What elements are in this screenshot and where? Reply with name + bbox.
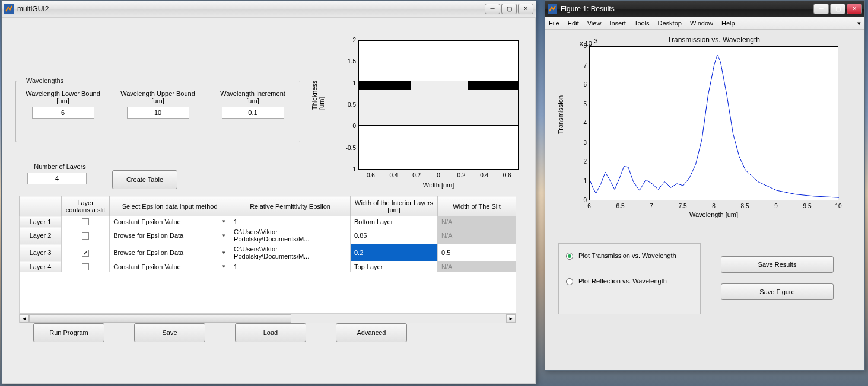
ytick: 6 [577,81,587,88]
epsilon-cell[interactable]: C:\Users\Viktor Podolskiy\Documents\M... [230,227,351,244]
method-cell[interactable]: Browse for Epsilon Data▼ [110,227,230,244]
save-button[interactable]: Save [134,323,205,342]
table-row[interactable]: Layer 3Browse for Epsilon Data▼C:\Users\… [20,244,516,261]
create-table-button[interactable]: Create Table [112,170,177,189]
row-header: Layer 1 [20,216,62,227]
plot-choice-panel: Plot Transmission vs. Wavelength Plot Re… [558,243,701,314]
col-method[interactable]: Select Epsilon data input method [110,196,230,216]
epsilon-cell[interactable]: 1 [230,261,351,272]
titlebar[interactable]: multiGUI2 ─ ▢ ✕ [2,1,536,17]
window-title: multiGUI2 [17,5,485,13]
plot-xlabel: Wavelength [um] [589,211,838,218]
method-cell[interactable]: Constant Epsilon Value▼ [110,261,230,272]
close-button[interactable]: ✕ [518,4,533,14]
maximize-button[interactable]: ▢ [830,4,845,14]
scroll-right-button[interactable]: ► [506,314,516,323]
increment-label: Wavelength Increment [um] [214,90,291,104]
table-hscrollbar[interactable]: ◄ ► [19,314,516,323]
checkbox-icon[interactable] [82,232,89,240]
num-layers-input[interactable] [27,173,87,184]
col-width[interactable]: Width of the Interior Layers [um] [350,196,437,216]
col-epsilon[interactable]: Relative Permittivity Epsilon [230,196,351,216]
menu-dropdown-icon[interactable]: ▾ [857,20,861,27]
chevron-down-icon[interactable]: ▼ [221,219,226,224]
layer2-rect [359,90,518,126]
lower-bound-input[interactable] [32,107,94,119]
method-cell[interactable]: Browse for Epsilon Data▼ [110,244,230,261]
xtick: 6.5 [613,203,628,209]
menu-view[interactable]: View [587,20,602,27]
titlebar[interactable]: Figure 1: Results ─ ▢ ✕ [545,1,864,17]
checkbox-icon[interactable] [82,263,89,270]
ytick: -0.5 [342,145,356,151]
radio-transmission[interactable]: Plot Transmission vs. Wavelength [566,252,693,260]
baseline [359,125,518,126]
table-row[interactable]: Layer 2Browse for Epsilon Data▼C:\Users\… [20,227,516,244]
maximize-button[interactable]: ▢ [501,4,517,14]
menu-tools[interactable]: Tools [634,20,650,27]
scroll-thumb[interactable] [29,314,291,323]
chevron-down-icon[interactable]: ▼ [221,250,226,256]
width-cell[interactable]: Top Layer [350,261,437,272]
slit-width-cell: N/A [438,216,516,227]
table-row[interactable]: Layer 1Constant Epsilon Value▼1Bottom La… [20,216,516,227]
xtick: 10 [831,203,845,209]
ytick: 0.5 [342,101,356,108]
layers-table[interactable]: Layer contains a slit Select Epsilon dat… [19,196,516,272]
chevron-down-icon[interactable]: ▼ [221,264,226,269]
save-results-button[interactable]: Save Results [721,256,834,273]
method-cell[interactable]: Constant Epsilon Value▼ [110,216,230,227]
width-cell[interactable]: 0.2 [350,244,437,261]
checkbox-icon[interactable] [82,250,89,257]
menu-file[interactable]: File [549,20,559,27]
slit-cell[interactable] [62,244,110,261]
chevron-down-icon[interactable]: ▼ [221,233,226,238]
geometry-axes [358,40,519,170]
table-row[interactable]: Layer 4Constant Epsilon Value▼1Top Layer… [20,261,516,272]
checkbox-icon[interactable] [82,218,89,225]
xtick: -0.4 [384,172,401,178]
epsilon-cell[interactable]: C:\Users\Viktor Podolskiy\Documents\M... [230,244,351,261]
upper-bound-input[interactable] [127,107,189,119]
slit-cell[interactable] [62,227,110,244]
slit-cell[interactable] [62,216,110,227]
col-slit[interactable]: Layer contains a slit [62,196,110,216]
menu-edit[interactable]: Edit [568,20,579,27]
run-program-button[interactable]: Run Program [33,323,104,342]
wavelengths-group: Wavelengths Wavelength Lower Bound [um] … [15,77,300,142]
load-button[interactable]: Load [235,323,306,342]
epsilon-cell[interactable]: 1 [230,216,351,227]
ytick: 7 [577,62,587,69]
ytick: 2 [577,158,587,165]
xtick: 6 [582,203,596,209]
minimize-button[interactable]: ─ [485,4,500,14]
lower-bound-label: Wavelength Lower Bound [um] [24,90,101,104]
menu-insert[interactable]: Insert [609,20,626,27]
ytick: 0 [342,123,356,129]
advanced-button[interactable]: Advanced [336,323,407,342]
menu-help[interactable]: Help [721,20,735,27]
radio-icon [566,278,573,285]
increment-input[interactable] [222,107,284,119]
xtick: 8.5 [738,203,752,209]
minimize-button[interactable]: ─ [813,4,829,14]
slit-cell[interactable] [62,261,110,272]
xtick: 0.2 [453,172,470,178]
xtick: 7 [644,203,659,209]
matlab-icon [548,4,557,14]
scroll-left-button[interactable]: ◄ [20,314,29,323]
width-cell[interactable]: Bottom Layer [350,216,437,227]
width-cell[interactable]: 0.85 [350,227,437,244]
row-header: Layer 3 [20,244,62,261]
slit-width-cell[interactable]: 0.5 [438,244,516,261]
ytick: 1 [342,80,356,87]
radio-reflection[interactable]: Plot Reflection vs. Wavelength [566,277,693,285]
ytick: 5 [577,101,587,107]
menu-desktop[interactable]: Desktop [658,20,682,27]
save-figure-button[interactable]: Save Figure [721,283,834,300]
close-button[interactable]: ✕ [847,4,862,14]
col-slitwidth[interactable]: Width of The Slit [438,196,516,216]
menu-window[interactable]: Window [690,20,713,27]
multigui-window: multiGUI2 ─ ▢ ✕ Wavelengths Wavelength L… [1,0,536,384]
window-controls: ─ ▢ ✕ [813,4,862,14]
